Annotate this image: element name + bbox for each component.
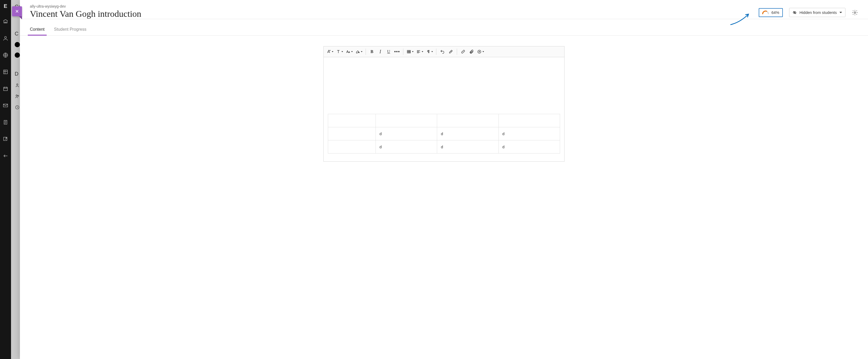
grid-icon[interactable] xyxy=(3,69,8,75)
accessibility-score-button[interactable]: 64% xyxy=(759,8,783,17)
separator xyxy=(366,49,366,55)
table-cell[interactable] xyxy=(437,114,498,127)
table-cell[interactable]: d xyxy=(498,140,560,154)
globe-icon[interactable] xyxy=(3,52,8,58)
table-cell[interactable] xyxy=(498,114,560,127)
separator xyxy=(436,49,436,55)
clock-icon xyxy=(15,105,20,110)
chevron-down-icon xyxy=(431,51,433,52)
app-rail: E xyxy=(0,0,11,359)
editor-body[interactable]: d d d d d d xyxy=(324,57,564,161)
svg-point-13 xyxy=(359,52,359,53)
paint-icon xyxy=(355,49,360,54)
paragraph-dropdown[interactable] xyxy=(425,48,434,56)
share-icon[interactable] xyxy=(3,136,8,142)
page-title[interactable]: Vincent Van Gogh introduction xyxy=(30,9,753,19)
visibility-dropdown[interactable]: Hidden from students xyxy=(789,8,845,17)
text-style-icon xyxy=(326,49,331,54)
plus-circle-icon xyxy=(477,49,482,54)
user-icon[interactable] xyxy=(3,35,8,41)
visibility-label: Hidden from students xyxy=(799,10,837,15)
format-icon xyxy=(336,49,341,54)
clear-format-button[interactable] xyxy=(447,48,455,56)
font-size-dropdown[interactable] xyxy=(345,48,354,56)
wysiwyg-editor: B I U ••• xyxy=(323,46,564,162)
underline-icon: U xyxy=(387,49,390,54)
text-style-dropdown[interactable] xyxy=(325,48,334,56)
format-dropdown[interactable] xyxy=(335,48,344,56)
people-icon xyxy=(15,94,20,99)
table-cell[interactable]: d xyxy=(376,127,437,140)
table-cell[interactable] xyxy=(328,114,376,127)
table-cell[interactable] xyxy=(328,127,376,140)
svg-rect-2 xyxy=(4,70,8,74)
table-cell[interactable]: d xyxy=(437,140,498,154)
more-icon: ••• xyxy=(394,49,400,55)
svg-point-7 xyxy=(17,84,18,85)
editor-modal: ally-ultra-wysiwyg-dev Vincent Van Gogh … xyxy=(20,0,868,359)
settings-button[interactable] xyxy=(852,9,858,16)
doc-icon[interactable] xyxy=(3,119,8,125)
table-cell[interactable]: d xyxy=(376,140,437,154)
separator xyxy=(403,49,403,55)
font-size-icon xyxy=(346,49,350,54)
italic-button[interactable]: I xyxy=(376,48,384,56)
gear-icon xyxy=(852,9,858,16)
back-icon[interactable] xyxy=(3,153,8,159)
close-button[interactable] xyxy=(12,6,22,16)
tab-student-progress[interactable]: Student Progress xyxy=(53,24,88,35)
breadcrumb: ally-ultra-wysiwyg-dev xyxy=(30,4,753,8)
svg-point-0 xyxy=(4,36,6,38)
bold-button[interactable]: B xyxy=(368,48,376,56)
more-formatting-button[interactable]: ••• xyxy=(393,48,401,56)
align-dropdown[interactable] xyxy=(415,48,424,56)
mail-icon[interactable] xyxy=(3,103,8,108)
editor-area: B I U ••• xyxy=(20,36,868,359)
italic-icon: I xyxy=(379,49,381,55)
table-row: d d d xyxy=(328,140,560,154)
person-icon xyxy=(15,83,20,88)
institution-icon[interactable] xyxy=(3,19,8,24)
eraser-icon xyxy=(448,49,453,54)
chevron-down-icon xyxy=(361,51,363,52)
brand-letter: E xyxy=(4,3,7,9)
attachment-button[interactable] xyxy=(468,48,475,56)
svg-point-8 xyxy=(16,95,17,96)
chevron-down-icon xyxy=(351,51,353,52)
table-dropdown[interactable] xyxy=(405,48,414,56)
underline-button[interactable]: U xyxy=(385,48,393,56)
avatar-bubble xyxy=(15,42,20,47)
close-icon xyxy=(15,9,20,13)
paperclip-icon xyxy=(469,49,474,54)
chevron-down-icon xyxy=(332,51,333,52)
svg-rect-3 xyxy=(4,87,8,91)
table-cell[interactable]: d xyxy=(437,127,498,140)
paragraph-icon xyxy=(426,49,431,54)
svg-rect-14 xyxy=(407,50,410,53)
table-cell[interactable] xyxy=(376,114,437,127)
table-row xyxy=(328,114,560,127)
svg-rect-4 xyxy=(3,104,8,107)
chevron-down-icon xyxy=(412,51,413,52)
hidden-icon xyxy=(793,10,797,15)
svg-point-12 xyxy=(854,12,856,13)
chevron-down-icon xyxy=(839,12,842,13)
tabs: Content Student Progress xyxy=(20,24,868,36)
table-cell[interactable]: d xyxy=(498,127,560,140)
chevron-down-icon xyxy=(483,51,484,52)
content-table[interactable]: d d d d d d xyxy=(328,114,560,154)
chevron-down-icon xyxy=(422,51,423,52)
color-dropdown[interactable] xyxy=(354,48,364,56)
tab-content[interactable]: Content xyxy=(29,24,45,35)
insert-dropdown[interactable] xyxy=(476,48,485,56)
editor-toolbar: B I U ••• xyxy=(324,47,564,57)
calendar-icon[interactable] xyxy=(3,86,8,91)
link-button[interactable] xyxy=(459,48,467,56)
bold-icon: B xyxy=(371,49,373,54)
avatar-bubble xyxy=(15,53,20,58)
undo-button[interactable] xyxy=(438,48,446,56)
gauge-icon xyxy=(762,10,769,15)
table-icon xyxy=(406,49,411,54)
table-cell[interactable] xyxy=(328,140,376,154)
table-row: d d d xyxy=(328,127,560,140)
